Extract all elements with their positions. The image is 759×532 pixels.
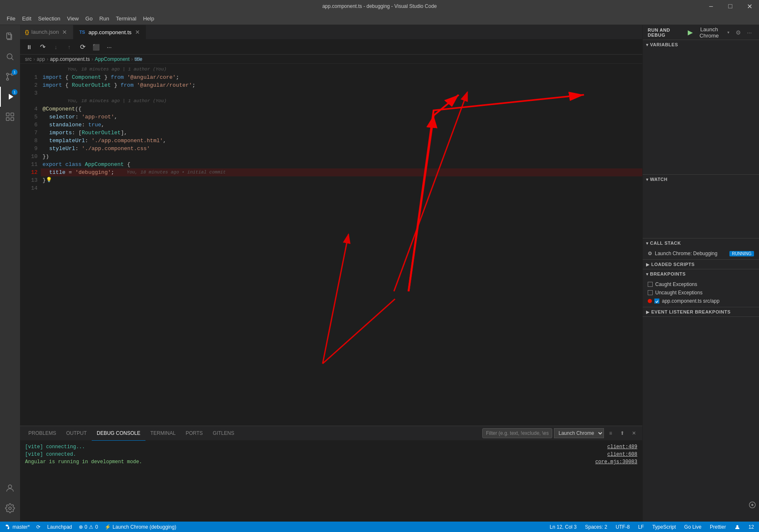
panel-tab-problems[interactable]: PROBLEMS	[23, 426, 61, 441]
menu-go[interactable]: Go	[82, 14, 96, 23]
debug-step-into-btn[interactable]: ↓	[50, 41, 62, 53]
breakpoints-section-header[interactable]: ▾ BREAKPOINTS	[643, 269, 759, 279]
code-area[interactable]: You, 18 minutes ago | 1 author (You) imp…	[41, 64, 642, 426]
status-prettier[interactable]: Prettier	[708, 524, 728, 530]
status-sync[interactable]: ⟳	[35, 524, 42, 530]
status-errors[interactable]: ⊗ 0 ⚠ 0	[77, 524, 100, 530]
app-component-checkbox[interactable]	[654, 299, 659, 304]
status-eol[interactable]: LF	[636, 524, 646, 530]
code-line-13: }💡	[41, 176, 642, 184]
panel-collapse-all-btn[interactable]: ≡	[606, 428, 616, 438]
loaded-scripts-section-header[interactable]: ▶ LOADED SCRIPTS	[643, 260, 759, 269]
launch-chrome-play-btn[interactable]: ▶ Launch Chrome ▾	[685, 25, 732, 40]
variables-section-header[interactable]: ▾ VARIABLES	[643, 40, 759, 49]
editor-content[interactable]: x 1 2 3 x 4 5 6 7 8 9 10 11 12 13 14 Y	[20, 64, 642, 426]
caught-exceptions-checkbox[interactable]	[648, 282, 653, 287]
menu-selection[interactable]: Selection	[35, 14, 63, 23]
encoding-label: UTF-8	[616, 524, 630, 530]
blame-text-12: You, 18 minutes ago • initial commit	[127, 168, 226, 176]
breakpoint-app-component[interactable]: app.component.ts src/app	[643, 297, 759, 305]
activity-run-debug[interactable]: 1	[0, 87, 20, 107]
debug-step-over-btn[interactable]: ↷	[37, 41, 48, 53]
code-line-3	[41, 89, 642, 97]
menu-file[interactable]: File	[3, 14, 19, 23]
console-link-2[interactable]: client:608	[607, 451, 637, 458]
panel-tab-debug-console[interactable]: DEBUG CONSOLE	[92, 426, 145, 441]
debug-icon: ⚙	[648, 251, 652, 256]
activity-search[interactable]	[0, 47, 20, 67]
breakpoint-uncaught-exceptions[interactable]: Uncaught Exceptions	[643, 289, 759, 297]
maximize-button[interactable]: □	[721, 0, 740, 13]
call-stack-section-header[interactable]: ▾ CALL STACK	[643, 238, 759, 248]
filter-input-wrap[interactable]	[482, 428, 552, 438]
console-link-1[interactable]: client:489	[607, 443, 637, 451]
close-button[interactable]: ✕	[740, 0, 759, 13]
status-launchpad[interactable]: Launchpad	[45, 524, 73, 530]
minimize-button[interactable]: –	[701, 0, 721, 13]
tab-app-ts-close[interactable]: ✕	[134, 28, 141, 36]
status-position[interactable]: Ln 12, Col 3	[548, 524, 579, 530]
panel-tab-ports[interactable]: PORTS	[180, 426, 208, 441]
watch-section-header[interactable]: ▾ WATCH	[643, 175, 759, 184]
menu-view[interactable]: View	[64, 14, 82, 23]
breadcrumb-app[interactable]: app	[37, 56, 45, 62]
panel-tab-terminal[interactable]: TERMINAL	[145, 426, 181, 441]
panel-content[interactable]: [vite] connecting... client:489 [vite] c…	[20, 441, 642, 522]
branch-name: master*	[13, 524, 30, 530]
console-link-3[interactable]: core.mjs:30083	[595, 458, 637, 466]
panel-maximize-btn[interactable]: ⬆	[617, 428, 627, 438]
menu-help[interactable]: Help	[140, 14, 158, 23]
debug-more-btn[interactable]: ···	[103, 41, 115, 53]
run-debug-gear-btn[interactable]: ⚙	[734, 27, 743, 38]
code-line-10: })	[41, 153, 642, 161]
status-debug-process[interactable]: ⚡ Launch Chrome (debugging)	[103, 524, 178, 530]
breadcrumb-title[interactable]: title	[135, 56, 143, 62]
panel-close-btn[interactable]: ✕	[629, 428, 639, 438]
run-debug-badge: 1	[12, 89, 18, 95]
tab-launch-json-close[interactable]: ✕	[61, 28, 68, 36]
debug-step-out-btn[interactable]: ↑	[63, 41, 75, 53]
breadcrumb-file[interactable]: app.component.ts	[50, 56, 90, 62]
console-select[interactable]: Launch Chrome	[554, 428, 604, 438]
activity-accounts[interactable]	[0, 478, 20, 498]
panel-tab-gitlens[interactable]: GITLENS	[208, 426, 239, 441]
call-stack-item-launch-chrome[interactable]: ⚙ Launch Chrome: Debugging RUNNING	[643, 249, 759, 258]
code-line-7: imports: [RouterOutlet],	[41, 129, 642, 137]
code-line-12: title = 'debugging'; You, 18 minutes ago…	[41, 168, 642, 176]
debug-panel-settings-btn[interactable]	[747, 500, 757, 510]
menu-run[interactable]: Run	[96, 14, 113, 23]
filter-input[interactable]	[486, 430, 549, 436]
status-notification-count[interactable]: 12	[747, 524, 756, 530]
bottom-panel: PROBLEMS OUTPUT DEBUG CONSOLE TERMINAL P…	[20, 426, 642, 522]
tab-launch-json[interactable]: {} launch.json ✕	[20, 25, 73, 39]
status-accounts-btn[interactable]	[733, 524, 742, 530]
debug-restart-btn[interactable]: ⟳	[77, 41, 88, 53]
breadcrumb-src[interactable]: src	[25, 56, 32, 62]
menu-terminal[interactable]: Terminal	[113, 14, 140, 23]
right-panel-scroll[interactable]: ▾ VARIABLES ▾ WATCH ▾ CALL STACK	[643, 40, 759, 522]
console-line-2: [vite] connected. client:608	[25, 451, 637, 458]
tab-app-component-ts[interactable]: TS app.component.ts ✕	[73, 25, 146, 39]
activity-bottom	[0, 478, 20, 518]
status-encoding[interactable]: UTF-8	[614, 524, 631, 530]
breakpoint-caught-exceptions[interactable]: Caught Exceptions	[643, 280, 759, 289]
activity-explorer[interactable]	[0, 27, 20, 47]
event-listeners-section-header[interactable]: ▶ EVENT LISTENER BREAKPOINTS	[643, 307, 759, 316]
status-branch[interactable]: master*	[3, 524, 31, 530]
run-debug-more-btn[interactable]: ···	[745, 27, 754, 38]
status-spaces[interactable]: Spaces: 2	[584, 524, 609, 530]
debug-pause-btn[interactable]: ⏸	[23, 41, 35, 53]
activity-bar: 1 1	[0, 25, 20, 522]
menu-edit[interactable]: Edit	[19, 14, 35, 23]
svg-rect-6	[6, 113, 9, 116]
uncaught-exceptions-checkbox[interactable]	[648, 290, 653, 295]
console-line-3: Angular is running in development mode. …	[25, 458, 637, 466]
activity-settings[interactable]	[0, 498, 20, 518]
activity-source-control[interactable]: 1	[0, 67, 20, 87]
debug-stop-btn[interactable]: ⬛	[90, 41, 102, 53]
status-language[interactable]: TypeScript	[651, 524, 678, 530]
activity-extensions[interactable]	[0, 107, 20, 127]
panel-tab-output[interactable]: OUTPUT	[61, 426, 92, 441]
breadcrumb-class[interactable]: AppComponent	[95, 56, 129, 62]
status-golive[interactable]: Go Live	[683, 524, 703, 530]
